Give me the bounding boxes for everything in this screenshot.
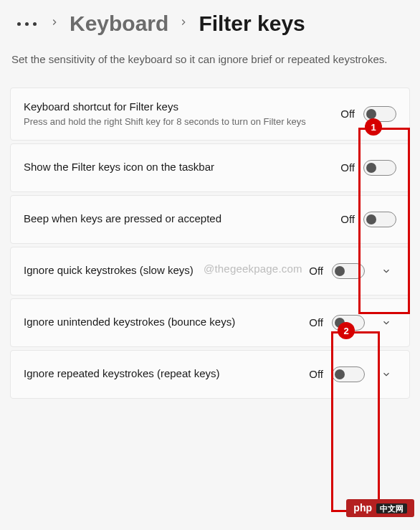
toggle-state-label: Off <box>340 161 355 174</box>
setting-title: Keyboard shortcut for Filter keys <box>24 100 332 114</box>
breadcrumb: Keyboard Filter keys <box>10 9 410 44</box>
source-badge: php中文网 <box>346 499 414 517</box>
setting-title: Beep when keys are pressed or accepted <box>24 212 332 226</box>
toggle-switch[interactable] <box>363 106 396 122</box>
expand-button[interactable] <box>376 364 396 384</box>
settings-list: Keyboard shortcut for Filter keys Press … <box>10 87 410 402</box>
setting-title: Show the Filter keys icon on the taskbar <box>24 160 332 174</box>
expand-button[interactable] <box>376 261 396 281</box>
chevron-right-icon <box>178 17 188 30</box>
toggle-switch[interactable] <box>332 366 365 382</box>
breadcrumb-more-button[interactable] <box>14 22 39 26</box>
chevron-down-icon <box>381 266 391 276</box>
toggle-switch[interactable] <box>363 160 396 176</box>
chevron-down-icon <box>381 369 391 379</box>
toggle-state-label: Off <box>340 213 355 225</box>
toggle-state-label: Off <box>340 108 355 120</box>
toggle-state-label: Off <box>309 265 323 277</box>
setting-subtitle: Press and hold the right Shift key for 8… <box>24 115 332 128</box>
chevron-down-icon <box>381 318 391 328</box>
setting-title: Ignore quick keystrokes (slow keys) <box>24 263 300 278</box>
setting-filter-keys-shortcut: Keyboard shortcut for Filter keys Press … <box>10 87 410 141</box>
setting-title: Ignore repeated keystrokes (repeat keys) <box>24 366 300 381</box>
toggle-state-label: Off <box>309 316 323 328</box>
toggle-switch[interactable] <box>332 315 365 331</box>
setting-slow-keys: Ignore quick keystrokes (slow keys) Off <box>10 247 410 295</box>
breadcrumb-parent[interactable]: Keyboard <box>70 11 168 36</box>
setting-title: Ignore unintended keystrokes (bounce key… <box>24 315 300 329</box>
setting-beep: Beep when keys are pressed or accepted O… <box>10 195 410 244</box>
setting-bounce-keys: Ignore unintended keystrokes (bounce key… <box>10 298 410 347</box>
page-description: Set the sensitivity of the keyboard so i… <box>10 44 397 87</box>
toggle-switch[interactable] <box>363 212 396 227</box>
toggle-switch[interactable] <box>332 263 365 279</box>
setting-repeat-keys: Ignore repeated keystrokes (repeat keys)… <box>10 350 410 399</box>
chevron-right-icon <box>49 17 59 30</box>
page-title: Filter keys <box>199 11 305 36</box>
expand-button[interactable] <box>376 313 396 333</box>
toggle-state-label: Off <box>309 368 323 380</box>
setting-taskbar-icon: Show the Filter keys icon on the taskbar… <box>10 143 410 192</box>
